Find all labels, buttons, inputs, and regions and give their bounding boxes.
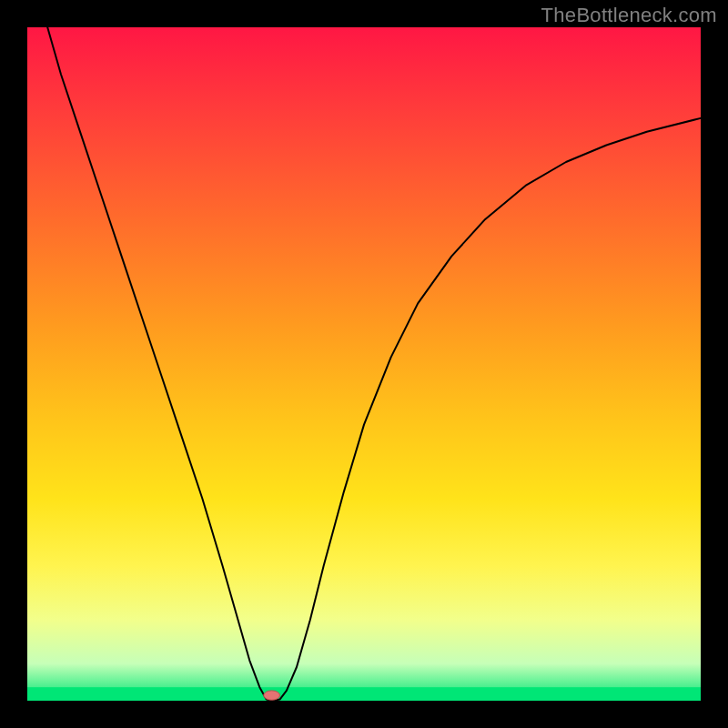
frame xyxy=(701,0,728,728)
green-band xyxy=(27,687,701,701)
frame xyxy=(0,0,27,728)
watermark-text: TheBottleneck.com xyxy=(541,4,717,27)
frame xyxy=(0,701,728,728)
chart-container: TheBottleneck.com xyxy=(0,0,728,728)
plot-background xyxy=(27,27,701,701)
optimal-point-marker xyxy=(264,691,280,700)
bottleneck-chart xyxy=(0,0,728,728)
